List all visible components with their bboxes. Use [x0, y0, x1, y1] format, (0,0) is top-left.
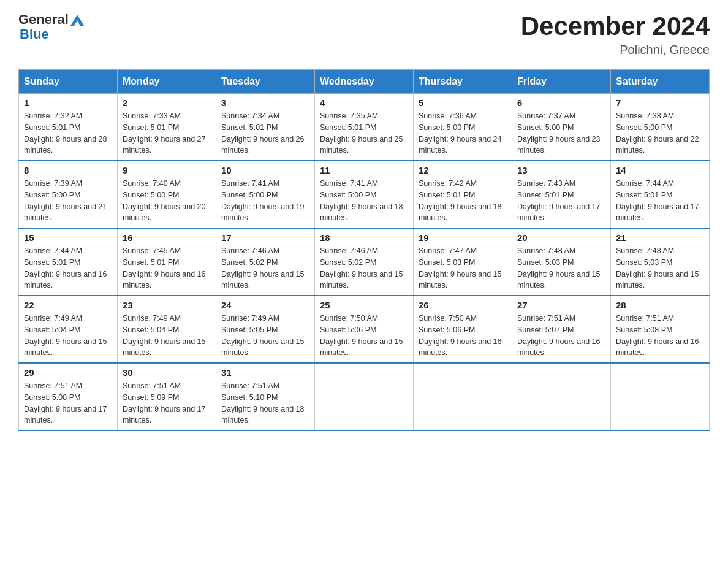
day-info: Sunrise: 7:48 AMSunset: 5:03 PMDaylight:…: [616, 245, 704, 291]
calendar-day-header: Friday: [512, 70, 611, 94]
day-info: Sunrise: 7:32 AMSunset: 5:01 PMDaylight:…: [24, 110, 112, 156]
calendar-cell: 4Sunrise: 7:35 AMSunset: 5:01 PMDaylight…: [315, 94, 414, 161]
day-number: 22: [24, 300, 112, 310]
calendar-cell: 18Sunrise: 7:46 AMSunset: 5:02 PMDayligh…: [315, 228, 414, 296]
calendar-week-row: 1Sunrise: 7:32 AMSunset: 5:01 PMDaylight…: [19, 94, 710, 161]
day-info: Sunrise: 7:51 AMSunset: 5:09 PMDaylight:…: [123, 380, 211, 426]
calendar-cell: 15Sunrise: 7:44 AMSunset: 5:01 PMDayligh…: [19, 228, 118, 296]
day-info: Sunrise: 7:45 AMSunset: 5:01 PMDaylight:…: [123, 245, 211, 291]
calendar-cell: 2Sunrise: 7:33 AMSunset: 5:01 PMDaylight…: [118, 94, 216, 161]
calendar-cell: 1Sunrise: 7:32 AMSunset: 5:01 PMDaylight…: [19, 94, 118, 161]
day-number: 4: [320, 98, 408, 108]
day-info: Sunrise: 7:40 AMSunset: 5:00 PMDaylight:…: [123, 178, 211, 224]
calendar-cell: 8Sunrise: 7:39 AMSunset: 5:00 PMDaylight…: [19, 161, 118, 228]
day-number: 2: [123, 98, 211, 108]
day-number: 15: [24, 232, 112, 243]
calendar-cell: 6Sunrise: 7:37 AMSunset: 5:00 PMDaylight…: [512, 94, 611, 161]
day-number: 10: [221, 165, 309, 175]
page-header: General Blue December 2024 Polichni, Gre…: [18, 12, 710, 57]
day-number: 3: [221, 98, 309, 108]
day-info: Sunrise: 7:49 AMSunset: 5:05 PMDaylight:…: [221, 313, 309, 359]
calendar-day-header: Sunday: [19, 70, 118, 94]
calendar-day-header: Thursday: [414, 70, 512, 94]
calendar-cell: [611, 363, 710, 431]
day-number: 23: [123, 300, 211, 310]
day-number: 31: [221, 367, 309, 378]
day-number: 9: [123, 165, 211, 175]
calendar-cell: 3Sunrise: 7:34 AMSunset: 5:01 PMDaylight…: [216, 94, 315, 161]
header-right: December 2024 Polichni, Greece: [521, 12, 710, 57]
day-number: 14: [616, 165, 704, 175]
day-info: Sunrise: 7:51 AMSunset: 5:08 PMDaylight:…: [24, 380, 112, 426]
day-info: Sunrise: 7:46 AMSunset: 5:02 PMDaylight:…: [320, 245, 408, 291]
logo-triangle-icon: [70, 12, 84, 26]
calendar-cell: 17Sunrise: 7:46 AMSunset: 5:02 PMDayligh…: [216, 228, 315, 296]
calendar-cell: 31Sunrise: 7:51 AMSunset: 5:10 PMDayligh…: [216, 363, 315, 431]
calendar-cell: 23Sunrise: 7:49 AMSunset: 5:04 PMDayligh…: [118, 296, 216, 363]
day-info: Sunrise: 7:47 AMSunset: 5:03 PMDaylight:…: [419, 245, 507, 291]
day-number: 7: [616, 98, 704, 108]
calendar-cell: 11Sunrise: 7:41 AMSunset: 5:00 PMDayligh…: [315, 161, 414, 228]
day-info: Sunrise: 7:50 AMSunset: 5:06 PMDaylight:…: [419, 313, 507, 359]
calendar-cell: 25Sunrise: 7:50 AMSunset: 5:06 PMDayligh…: [315, 296, 414, 363]
day-info: Sunrise: 7:48 AMSunset: 5:03 PMDaylight:…: [517, 245, 605, 291]
day-number: 13: [517, 165, 605, 175]
calendar-subtitle: Polichni, Greece: [521, 43, 710, 57]
day-info: Sunrise: 7:41 AMSunset: 5:00 PMDaylight:…: [320, 178, 408, 224]
calendar-cell: 27Sunrise: 7:51 AMSunset: 5:07 PMDayligh…: [512, 296, 611, 363]
day-info: Sunrise: 7:44 AMSunset: 5:01 PMDaylight:…: [24, 245, 112, 291]
day-number: 29: [24, 367, 112, 378]
logo-general-text: General: [18, 12, 69, 27]
day-number: 16: [123, 232, 211, 243]
calendar-cell: 26Sunrise: 7:50 AMSunset: 5:06 PMDayligh…: [414, 296, 512, 363]
calendar-cell: 16Sunrise: 7:45 AMSunset: 5:01 PMDayligh…: [118, 228, 216, 296]
day-number: 25: [320, 300, 408, 310]
day-info: Sunrise: 7:49 AMSunset: 5:04 PMDaylight:…: [123, 313, 211, 359]
day-number: 26: [419, 300, 507, 310]
day-number: 11: [320, 165, 408, 175]
calendar-cell: 24Sunrise: 7:49 AMSunset: 5:05 PMDayligh…: [216, 296, 315, 363]
calendar-day-header: Tuesday: [216, 70, 315, 94]
day-number: 20: [517, 232, 605, 243]
calendar-day-header: Monday: [118, 70, 216, 94]
calendar-header-row: SundayMondayTuesdayWednesdayThursdayFrid…: [19, 70, 710, 94]
day-info: Sunrise: 7:34 AMSunset: 5:01 PMDaylight:…: [221, 110, 309, 156]
day-info: Sunrise: 7:39 AMSunset: 5:00 PMDaylight:…: [24, 178, 112, 224]
calendar-cell: 12Sunrise: 7:42 AMSunset: 5:01 PMDayligh…: [414, 161, 512, 228]
calendar-day-header: Saturday: [611, 70, 710, 94]
day-number: 17: [221, 232, 309, 243]
day-info: Sunrise: 7:33 AMSunset: 5:01 PMDaylight:…: [123, 110, 211, 156]
calendar-cell: [512, 363, 611, 431]
day-number: 21: [616, 232, 704, 243]
day-number: 30: [123, 367, 211, 378]
day-info: Sunrise: 7:38 AMSunset: 5:00 PMDaylight:…: [616, 110, 704, 156]
day-info: Sunrise: 7:49 AMSunset: 5:04 PMDaylight:…: [24, 313, 112, 359]
day-number: 18: [320, 232, 408, 243]
day-number: 27: [517, 300, 605, 310]
day-number: 8: [24, 165, 112, 175]
day-info: Sunrise: 7:50 AMSunset: 5:06 PMDaylight:…: [320, 313, 408, 359]
day-info: Sunrise: 7:36 AMSunset: 5:00 PMDaylight:…: [419, 110, 507, 156]
calendar-cell: 19Sunrise: 7:47 AMSunset: 5:03 PMDayligh…: [414, 228, 512, 296]
calendar-cell: 21Sunrise: 7:48 AMSunset: 5:03 PMDayligh…: [611, 228, 710, 296]
calendar-week-row: 22Sunrise: 7:49 AMSunset: 5:04 PMDayligh…: [19, 296, 710, 363]
calendar-cell: [414, 363, 512, 431]
calendar-table: SundayMondayTuesdayWednesdayThursdayFrid…: [18, 69, 710, 431]
calendar-cell: 22Sunrise: 7:49 AMSunset: 5:04 PMDayligh…: [19, 296, 118, 363]
day-number: 12: [419, 165, 507, 175]
day-info: Sunrise: 7:35 AMSunset: 5:01 PMDaylight:…: [320, 110, 408, 156]
calendar-cell: 29Sunrise: 7:51 AMSunset: 5:08 PMDayligh…: [19, 363, 118, 431]
day-info: Sunrise: 7:42 AMSunset: 5:01 PMDaylight:…: [419, 178, 507, 224]
day-info: Sunrise: 7:43 AMSunset: 5:01 PMDaylight:…: [517, 178, 605, 224]
calendar-day-header: Wednesday: [315, 70, 414, 94]
calendar-cell: [315, 363, 414, 431]
calendar-cell: 7Sunrise: 7:38 AMSunset: 5:00 PMDaylight…: [611, 94, 710, 161]
calendar-cell: 28Sunrise: 7:51 AMSunset: 5:08 PMDayligh…: [611, 296, 710, 363]
calendar-cell: 9Sunrise: 7:40 AMSunset: 5:00 PMDaylight…: [118, 161, 216, 228]
logo: General Blue: [18, 12, 84, 42]
day-number: 1: [24, 98, 112, 108]
day-info: Sunrise: 7:51 AMSunset: 5:10 PMDaylight:…: [221, 380, 309, 426]
day-info: Sunrise: 7:51 AMSunset: 5:08 PMDaylight:…: [616, 313, 704, 359]
day-info: Sunrise: 7:44 AMSunset: 5:01 PMDaylight:…: [616, 178, 704, 224]
day-number: 5: [419, 98, 507, 108]
